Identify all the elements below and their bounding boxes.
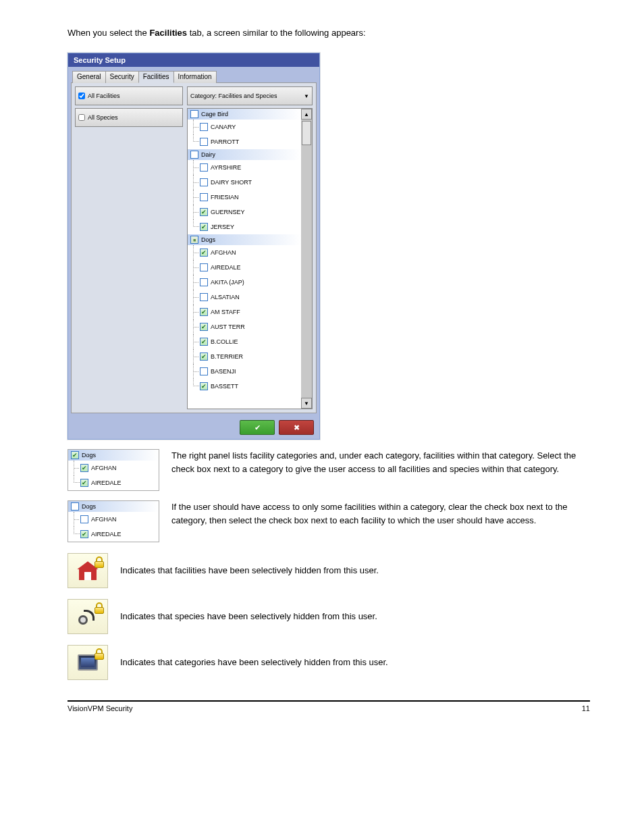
- tree-item[interactable]: JERSEY: [188, 219, 301, 234]
- categories-locked-icon-button[interactable]: [68, 645, 108, 680]
- explain-text-1: The right panel lists facility categorie…: [171, 449, 590, 475]
- all-facilities-checkbox[interactable]: [78, 93, 85, 99]
- chevron-down-icon: ▼: [304, 93, 309, 99]
- tree-item[interactable]: FRIESIAN: [188, 190, 301, 205]
- tree-item[interactable]: BASENJI: [188, 364, 301, 379]
- tree-item-checkbox[interactable]: [200, 278, 208, 286]
- tab-security[interactable]: Security: [105, 71, 139, 83]
- tree-item-checkbox[interactable]: [200, 353, 208, 361]
- species-locked-icon-button[interactable]: [68, 599, 108, 634]
- tree-item-checkbox[interactable]: [200, 367, 208, 375]
- tab-facilities[interactable]: Facilities: [138, 71, 174, 83]
- lock-icon: [94, 602, 105, 615]
- mini1-item0-checkbox[interactable]: [80, 464, 88, 472]
- tree-item-label: FRIESIAN: [211, 194, 239, 201]
- mini2-item0-checkbox[interactable]: [80, 515, 88, 523]
- tree-item-checkbox[interactable]: [200, 293, 208, 301]
- all-species-field[interactable]: All Species: [75, 108, 183, 127]
- scroll-thumb[interactable]: [302, 121, 311, 145]
- tree-item[interactable]: AFGHAN: [188, 245, 301, 260]
- tree-item-checkbox[interactable]: [200, 223, 208, 231]
- tree-item-checkbox[interactable]: [200, 123, 208, 131]
- tree-item-checkbox[interactable]: [200, 193, 208, 201]
- tree-item-label: GUERNSEY: [211, 209, 245, 215]
- scroll-down-button[interactable]: ▼: [301, 398, 312, 409]
- tree-group-checkbox[interactable]: [190, 236, 198, 244]
- intro-part1: When you select the: [68, 28, 149, 38]
- mini1-item1-checkbox[interactable]: [80, 479, 88, 487]
- tree-item[interactable]: AKITA (JAP): [188, 275, 301, 290]
- tab-information[interactable]: Information: [173, 71, 217, 83]
- mini2-item1-checkbox[interactable]: [80, 530, 88, 538]
- tree-item-checkbox[interactable]: [200, 308, 208, 316]
- tree-item[interactable]: PARROTT: [188, 134, 301, 149]
- lock-icon: [94, 556, 105, 569]
- cancel-button[interactable]: ✖: [279, 420, 314, 435]
- tree-item-label: ALSATIAN: [211, 294, 240, 301]
- mini1-header-checkbox[interactable]: [71, 451, 79, 459]
- mini2-item1-label: AIREDALE: [91, 531, 122, 538]
- tree-item-label: AM STAFF: [211, 309, 240, 315]
- facilities-tree-panel: Cage BirdCANARYPARROTTDairyAYRSHIREDAIRY…: [187, 108, 313, 409]
- tree-item[interactable]: AYRSHIRE: [188, 160, 301, 175]
- tree-group-label: Dogs: [201, 236, 215, 243]
- close-icon: ✖: [294, 423, 300, 432]
- tree-item[interactable]: AM STAFF: [188, 305, 301, 319]
- mini1-item1-label: AIREDALE: [91, 479, 122, 486]
- scroll-up-button[interactable]: ▲: [301, 109, 312, 120]
- tree-item-checkbox[interactable]: [200, 178, 208, 186]
- dialog-footer: ✔ ✖: [68, 416, 319, 439]
- tree-group-header[interactable]: Cage Bird: [188, 109, 301, 120]
- tree-item-label: AFGHAN: [211, 249, 236, 256]
- all-species-checkbox[interactable]: [78, 114, 85, 121]
- tree-item-label: CANARY: [211, 124, 236, 130]
- lock-icon: [94, 648, 105, 660]
- ok-button[interactable]: ✔: [240, 420, 275, 435]
- category-dropdown[interactable]: Category: Facilities and Species ▼: [187, 86, 313, 105]
- tree-item-checkbox[interactable]: [200, 208, 208, 216]
- tree-item[interactable]: DAIRY SHORT: [188, 175, 301, 190]
- mini2-header-checkbox[interactable]: [71, 502, 79, 511]
- intro-part2: tab, a screen similar to the following a…: [190, 28, 366, 38]
- all-species-label: All Species: [88, 114, 118, 121]
- tree-item-checkbox[interactable]: [200, 163, 208, 172]
- tree-item-checkbox[interactable]: [200, 249, 208, 257]
- tab-content: All Facilities All Species Category: Fac…: [71, 82, 317, 413]
- tree-item[interactable]: BASSETT: [188, 379, 301, 394]
- footer-right: 11: [582, 704, 590, 712]
- tree-item-label: AIREDALE: [211, 264, 241, 271]
- scrollbar[interactable]: ▲ ▼: [301, 109, 312, 409]
- page-footer: VisionVPM Security 11: [68, 700, 590, 712]
- tree-item-checkbox[interactable]: [200, 382, 208, 390]
- facilities-locked-icon-button[interactable]: [68, 553, 108, 588]
- tree-item[interactable]: AUST TERR: [188, 319, 301, 334]
- tree-item[interactable]: B.COLLIE: [188, 334, 301, 349]
- tree-item[interactable]: AIREDALE: [188, 260, 301, 275]
- tree-item-label: BASSETT: [211, 383, 238, 390]
- tree-group-header[interactable]: Dairy: [188, 149, 301, 160]
- check-icon: ✔: [254, 423, 261, 432]
- tree-item[interactable]: B.TERRIER: [188, 349, 301, 364]
- tree-item[interactable]: ALSATIAN: [188, 290, 301, 305]
- icon-text-0: Indicates that facilities have been sele…: [120, 564, 379, 577]
- tree-item-checkbox[interactable]: [200, 338, 208, 346]
- intro-paragraph: When you select the Facilities tab, a sc…: [68, 27, 590, 39]
- tree-group-checkbox[interactable]: [190, 151, 198, 159]
- all-facilities-field[interactable]: All Facilities: [75, 86, 183, 105]
- tree-item-label: AKITA (JAP): [211, 279, 244, 286]
- tree-item-label: B.COLLIE: [211, 338, 238, 345]
- mini1-header-label: Dogs: [82, 452, 96, 459]
- tree-group-checkbox[interactable]: [190, 110, 198, 118]
- tree-item[interactable]: GUERNSEY: [188, 205, 301, 219]
- tree-item-checkbox[interactable]: [200, 263, 208, 271]
- mini2-header-label: Dogs: [82, 503, 96, 510]
- tree-item-checkbox[interactable]: [200, 323, 208, 331]
- tree-item[interactable]: CANARY: [188, 120, 301, 134]
- tree-item-checkbox[interactable]: [200, 138, 208, 146]
- all-facilities-label: All Facilities: [88, 93, 120, 99]
- explain-text-2: If the user should have access to only s…: [171, 500, 590, 527]
- tree-group-header[interactable]: Dogs: [188, 234, 301, 245]
- tree-group-label: Cage Bird: [201, 111, 228, 118]
- tab-general[interactable]: General: [72, 71, 106, 83]
- mini1-item0-label: AFGHAN: [91, 465, 117, 471]
